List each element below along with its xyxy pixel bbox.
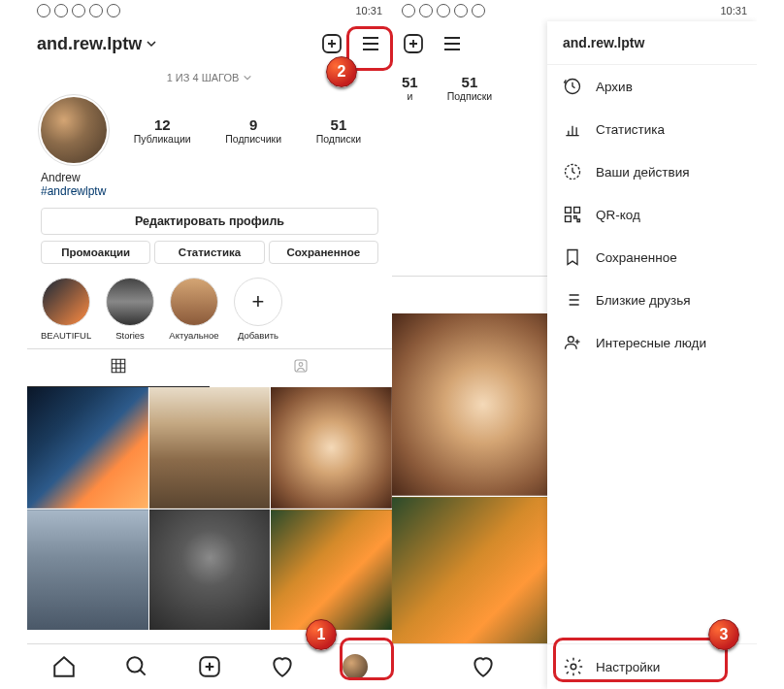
bookmark-icon: [563, 247, 582, 267]
steps-text: 1 ИЗ 4 ШАГОВ: [167, 72, 240, 83]
highlight-label: Добавить: [233, 330, 283, 341]
annotation-badge-1: 1: [306, 619, 337, 650]
list-icon: [563, 290, 582, 310]
username-text: and.rew.lptw: [37, 34, 142, 54]
add-post-icon[interactable]: [402, 32, 425, 55]
nav-search-icon[interactable]: [124, 654, 149, 679]
discover-people-icon: [563, 333, 582, 352]
menu-close-friends[interactable]: Близкие друзья: [547, 279, 757, 321]
menu-discover[interactable]: Интересные люди: [547, 321, 757, 364]
highlight-cover: [42, 278, 90, 326]
phone-right: 10:31 51и 51Подписки Сохраненное +ить an…: [392, 0, 757, 689]
stat-followers[interactable]: 9Подписчики: [225, 116, 281, 145]
post-thumb[interactable]: [27, 387, 148, 509]
plus-icon: +: [234, 278, 282, 326]
story-highlights: BEAUTIFUL Stories Актуальное +Добавить: [27, 264, 392, 348]
drawer-username: and.rew.lptw: [547, 21, 757, 65]
status-icons: [37, 4, 120, 17]
menu-label: Сохраненное: [596, 250, 677, 265]
add-post-icon[interactable]: [320, 32, 343, 55]
menu-label: QR-код: [596, 208, 640, 222]
svg-point-2: [299, 363, 303, 367]
activity-icon: [563, 162, 582, 181]
insights-icon: [563, 119, 582, 139]
hamburger-menu-icon[interactable]: [441, 32, 464, 55]
status-bar: 10:31: [392, 0, 757, 21]
menu-label: Интересные люди: [596, 336, 706, 350]
phone-left: 10:31 and.rew.lptw 1 ИЗ 4 ШАГОВ 12Публик…: [27, 0, 392, 689]
edit-profile-button[interactable]: Редактировать профиль: [41, 208, 378, 235]
post-thumb[interactable]: [149, 387, 271, 509]
nav-activity-icon[interactable]: [270, 654, 295, 679]
stat-following[interactable]: 51Подписки: [316, 116, 362, 145]
highlight-label: BEAUTIFUL: [41, 330, 91, 341]
highlight-label: Stories: [105, 330, 155, 341]
annotation-badge-3: 3: [708, 619, 739, 650]
post-thumb[interactable]: [27, 509, 148, 631]
highlight-label: Актуальное: [169, 330, 219, 341]
menu-label: Ваши действия: [596, 165, 690, 180]
tab-tagged[interactable]: [210, 349, 392, 387]
drawer-menu: Архив Статистика Ваши действия QR-код Со…: [547, 65, 757, 643]
menu-label: Архив: [596, 80, 633, 94]
chevron-down-icon: [243, 73, 252, 82]
svg-rect-11: [574, 208, 580, 213]
nav-activity-icon[interactable]: [471, 654, 496, 679]
chevron-down-icon: [146, 38, 157, 49]
tab-grid[interactable]: [27, 349, 210, 387]
highlight-cover: [170, 278, 218, 326]
stat-partial[interactable]: 51и: [402, 74, 418, 102]
stat-following[interactable]: 51Подписки: [447, 74, 493, 102]
status-icons: [402, 4, 485, 17]
qr-icon: [563, 205, 582, 224]
status-time: 10:31: [720, 5, 747, 16]
tagged-icon: [292, 357, 310, 375]
highlight-item[interactable]: BEAUTIFUL: [41, 278, 91, 341]
bottom-nav: [27, 643, 392, 689]
side-drawer: and.rew.lptw Архив Статистика Ваши дейст…: [547, 21, 757, 689]
profile-tabs: [27, 348, 392, 387]
profile-buttons: Промоакции Статистика Сохраненное: [27, 241, 392, 264]
bio-hashtag[interactable]: #andrewlptw: [41, 184, 378, 198]
svg-point-3: [127, 657, 142, 672]
profile-avatar[interactable]: [41, 97, 107, 163]
post-thumb[interactable]: [271, 387, 392, 509]
username-switcher[interactable]: and.rew.lptw: [37, 34, 157, 54]
highlight-cover: [106, 278, 154, 326]
menu-activity[interactable]: Ваши действия: [547, 150, 757, 193]
saved-button[interactable]: Сохраненное: [269, 241, 378, 264]
stats-button[interactable]: Статистика: [154, 241, 264, 264]
posts-grid: [27, 387, 392, 630]
menu-archive[interactable]: Архив: [547, 65, 757, 108]
annotation-box-1: [340, 638, 394, 680]
nav-home-icon[interactable]: [51, 654, 77, 679]
stat-posts[interactable]: 12Публикации: [134, 116, 191, 145]
annotation-box-3: [553, 638, 728, 682]
bio-name: Andrew: [41, 171, 378, 184]
menu-qr[interactable]: QR-код: [547, 193, 757, 236]
archive-icon: [563, 77, 582, 96]
post-thumb[interactable]: [149, 509, 271, 631]
menu-label: Статистика: [596, 122, 665, 137]
grid-icon: [110, 357, 127, 375]
svg-rect-10: [566, 208, 572, 213]
highlight-item[interactable]: Stories: [105, 278, 155, 341]
menu-saved[interactable]: Сохраненное: [547, 236, 757, 279]
highlight-add[interactable]: +Добавить: [233, 278, 283, 341]
promo-button[interactable]: Промоакции: [41, 241, 150, 264]
post-thumb[interactable]: [271, 509, 392, 631]
menu-label: Близкие друзья: [596, 293, 691, 308]
status-time: 10:31: [355, 5, 382, 16]
highlight-item[interactable]: Актуальное: [169, 278, 219, 341]
svg-point-13: [568, 337, 573, 343]
profile-stats-row: 12Публикации 9Подписчики 51Подписки: [27, 89, 392, 171]
svg-rect-12: [566, 216, 572, 222]
annotation-badge-2: 2: [326, 56, 357, 87]
bio: Andrew #andrewlptw: [27, 171, 392, 198]
nav-add-icon[interactable]: [197, 654, 222, 679]
status-bar: 10:31: [27, 0, 392, 21]
menu-insights[interactable]: Статистика: [547, 108, 757, 150]
